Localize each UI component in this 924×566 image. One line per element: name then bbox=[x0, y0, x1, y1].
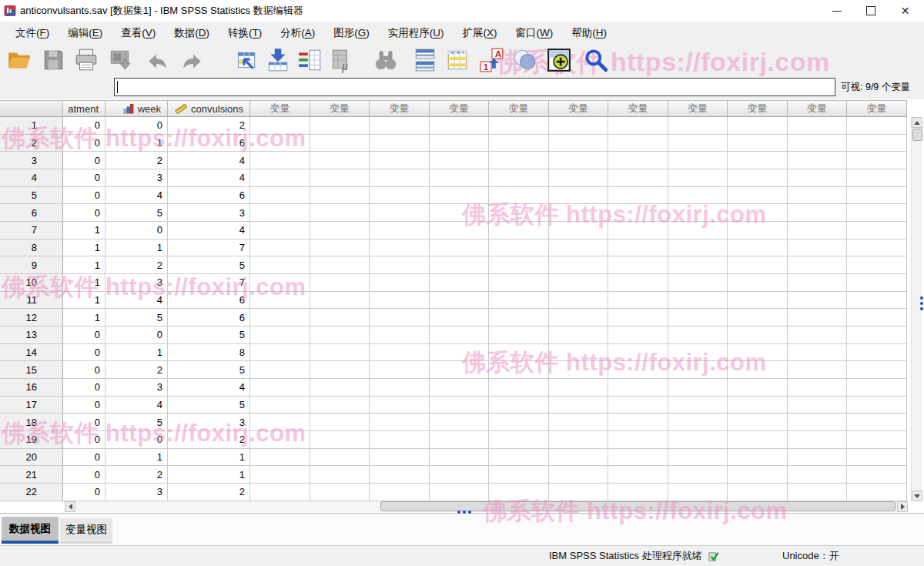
empty-cell[interactable] bbox=[250, 239, 310, 257]
empty-cell[interactable] bbox=[310, 274, 370, 292]
empty-cell[interactable] bbox=[608, 222, 668, 239]
empty-cell[interactable] bbox=[310, 344, 370, 362]
empty-cell[interactable] bbox=[310, 414, 370, 431]
empty-cell[interactable] bbox=[250, 309, 310, 327]
data-cell[interactable]: 4 bbox=[105, 187, 168, 205]
empty-cell[interactable] bbox=[847, 484, 907, 501]
row-number[interactable]: 6 bbox=[0, 204, 63, 222]
empty-cell[interactable] bbox=[728, 361, 788, 379]
empty-cell[interactable] bbox=[250, 169, 310, 187]
empty-cell[interactable] bbox=[430, 204, 490, 222]
empty-cell[interactable] bbox=[430, 466, 490, 484]
data-cell[interactable]: 0 bbox=[63, 117, 105, 135]
empty-cell[interactable] bbox=[788, 361, 848, 379]
empty-cell[interactable] bbox=[608, 309, 668, 327]
empty-cell[interactable] bbox=[668, 397, 728, 414]
empty-cell[interactable] bbox=[728, 414, 788, 431]
data-cell[interactable]: 6 bbox=[168, 135, 250, 152]
empty-cell[interactable] bbox=[788, 344, 848, 362]
cell-editor-input[interactable] bbox=[114, 78, 835, 96]
empty-cell[interactable] bbox=[430, 344, 490, 362]
row-number[interactable]: 20 bbox=[0, 449, 63, 467]
empty-cell[interactable] bbox=[250, 344, 310, 362]
select-cases-icon[interactable] bbox=[444, 47, 470, 73]
search-icon[interactable] bbox=[583, 47, 609, 73]
data-cell[interactable]: 0 bbox=[63, 169, 105, 187]
empty-cell[interactable] bbox=[370, 274, 430, 292]
empty-cell[interactable] bbox=[668, 449, 728, 467]
empty-cell[interactable] bbox=[250, 327, 310, 344]
empty-cell[interactable] bbox=[430, 187, 490, 205]
row-number[interactable]: 5 bbox=[0, 187, 63, 205]
column-header-empty[interactable]: 变量 bbox=[310, 100, 370, 117]
data-cell[interactable]: 0 bbox=[63, 379, 105, 397]
data-cell[interactable]: 1 bbox=[63, 292, 105, 310]
close-button[interactable] bbox=[888, 0, 922, 22]
data-cell[interactable]: 0 bbox=[105, 222, 168, 239]
empty-cell[interactable] bbox=[788, 379, 848, 397]
print-icon[interactable] bbox=[73, 47, 99, 73]
empty-cell[interactable] bbox=[430, 327, 490, 344]
empty-cell[interactable] bbox=[489, 256, 549, 274]
empty-cell[interactable] bbox=[489, 466, 549, 484]
empty-cell[interactable] bbox=[728, 117, 788, 135]
column-header-empty[interactable]: 变量 bbox=[728, 100, 788, 117]
data-cell[interactable]: 1 bbox=[63, 274, 105, 292]
empty-cell[interactable] bbox=[728, 327, 788, 344]
empty-cell[interactable] bbox=[250, 361, 310, 379]
data-cell[interactable]: 0 bbox=[63, 484, 105, 501]
row-number[interactable]: 22 bbox=[0, 484, 63, 501]
maximize-button[interactable] bbox=[853, 0, 888, 22]
empty-cell[interactable] bbox=[608, 327, 668, 344]
scroll-left-button[interactable] bbox=[65, 501, 75, 512]
empty-cell[interactable] bbox=[430, 222, 490, 239]
data-cell[interactable]: 2 bbox=[168, 484, 250, 501]
empty-cell[interactable] bbox=[608, 361, 668, 379]
empty-cell[interactable] bbox=[370, 292, 430, 310]
empty-cell[interactable] bbox=[549, 239, 609, 257]
empty-cell[interactable] bbox=[847, 274, 907, 292]
find-icon[interactable] bbox=[373, 47, 399, 73]
empty-cell[interactable] bbox=[608, 239, 668, 257]
empty-cell[interactable] bbox=[788, 222, 848, 239]
menu-item[interactable]: 数据(D) bbox=[165, 22, 219, 44]
empty-cell[interactable] bbox=[489, 152, 549, 169]
empty-cell[interactable] bbox=[788, 169, 848, 187]
empty-cell[interactable] bbox=[549, 344, 609, 362]
empty-cell[interactable] bbox=[489, 361, 549, 379]
empty-cell[interactable] bbox=[549, 204, 609, 222]
column-header-empty[interactable]: 变量 bbox=[250, 100, 310, 117]
empty-cell[interactable] bbox=[370, 484, 430, 501]
row-number[interactable]: 14 bbox=[0, 344, 63, 362]
empty-cell[interactable] bbox=[250, 449, 310, 467]
empty-cell[interactable] bbox=[430, 292, 490, 310]
data-cell[interactable]: 0 bbox=[63, 152, 105, 169]
split-file-icon[interactable] bbox=[412, 47, 438, 73]
data-cell[interactable]: 6 bbox=[168, 309, 250, 327]
row-number[interactable]: 18 bbox=[0, 414, 63, 431]
data-cell[interactable]: 0 bbox=[63, 187, 105, 205]
empty-cell[interactable] bbox=[728, 292, 788, 310]
data-cell[interactable]: 7 bbox=[168, 274, 250, 292]
empty-cell[interactable] bbox=[608, 449, 668, 467]
empty-cell[interactable] bbox=[430, 397, 490, 414]
data-cell[interactable]: 1 bbox=[63, 309, 105, 327]
empty-cell[interactable] bbox=[728, 256, 788, 274]
empty-cell[interactable] bbox=[847, 152, 907, 169]
empty-cell[interactable] bbox=[728, 484, 788, 501]
data-cell[interactable]: 2 bbox=[105, 361, 168, 379]
empty-cell[interactable] bbox=[847, 414, 907, 431]
empty-cell[interactable] bbox=[668, 187, 728, 205]
row-number[interactable]: 15 bbox=[0, 361, 63, 379]
empty-cell[interactable] bbox=[310, 117, 370, 135]
redo-icon[interactable] bbox=[179, 47, 205, 73]
empty-cell[interactable] bbox=[608, 274, 668, 292]
column-header-empty[interactable]: 变量 bbox=[370, 100, 430, 117]
empty-cell[interactable] bbox=[668, 274, 728, 292]
row-number[interactable]: 10 bbox=[0, 274, 63, 292]
data-cell[interactable]: 1 bbox=[168, 466, 250, 484]
empty-cell[interactable] bbox=[608, 256, 668, 274]
empty-cell[interactable] bbox=[250, 274, 310, 292]
menu-item[interactable]: 实用程序(U) bbox=[379, 22, 454, 44]
data-cell[interactable]: 2 bbox=[105, 152, 168, 169]
